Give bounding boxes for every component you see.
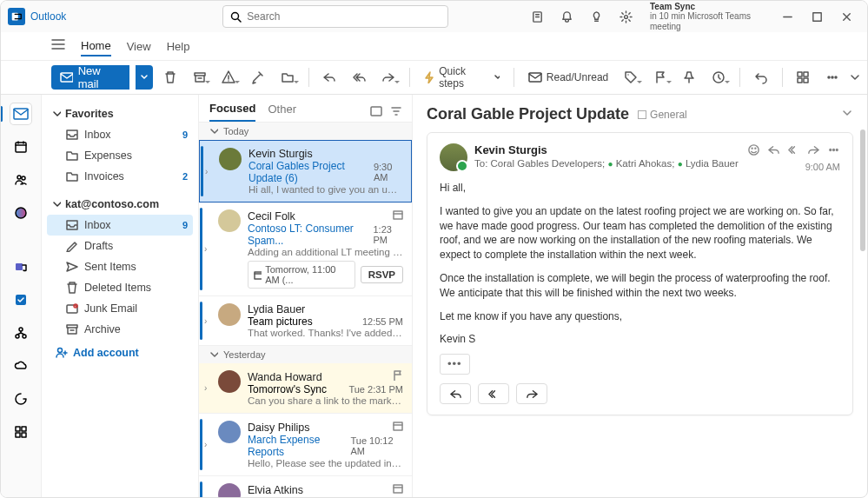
lightbulb-icon[interactable] [582, 4, 610, 29]
reply-all-icon[interactable] [787, 143, 800, 160]
window-minimize[interactable] [773, 4, 801, 29]
sidebar-item[interactable]: Deleted Items [47, 277, 193, 298]
sweep-button[interactable] [246, 65, 270, 90]
tab-help[interactable]: Help [167, 37, 190, 56]
rail-teams-icon[interactable] [10, 256, 31, 277]
quick-steps-button[interactable]: Quick steps [418, 65, 504, 90]
report-button[interactable] [216, 65, 241, 90]
svg-rect-9 [798, 72, 802, 76]
date-header-today[interactable]: Today [199, 123, 412, 140]
message-item[interactable]: ›Kevin SturgisCoral Gables Project Updat… [199, 140, 412, 203]
reply-all-button[interactable] [347, 65, 371, 90]
date-header-yesterday[interactable]: Yesterday [199, 346, 412, 363]
react-icon[interactable] [747, 143, 760, 160]
select-mode-icon[interactable] [370, 104, 382, 120]
sender-avatar [440, 143, 467, 171]
message-list: Focused Other Today ›Kevin SturgisCoral … [198, 95, 413, 498]
svg-point-20 [16, 208, 26, 218]
apps-grid-icon[interactable] [792, 65, 816, 90]
pin-button[interactable] [678, 65, 702, 90]
read-unread-button[interactable]: Read/Unread [523, 71, 613, 83]
rail-loop-icon[interactable] [10, 388, 31, 409]
quick-forward-button[interactable] [516, 383, 547, 404]
archive-button[interactable] [188, 65, 212, 90]
favorites-section[interactable]: Favorites [47, 103, 193, 124]
filter-icon[interactable] [391, 104, 401, 120]
folder-sidebar: Favorites Inbox9ExpensesInvoices2 kat@co… [42, 95, 198, 498]
move-button[interactable] [275, 65, 300, 90]
hamburger-icon[interactable] [51, 38, 81, 54]
chevron-right-icon: › [204, 383, 215, 393]
undo-button[interactable] [749, 65, 773, 90]
bell-icon[interactable] [553, 4, 580, 29]
window-maximize[interactable] [803, 4, 831, 29]
tag-button[interactable] [619, 65, 643, 90]
message-item[interactable]: ›Cecil FolkContoso LT: Consumer Spam...1… [199, 203, 412, 296]
rail-calendar-icon[interactable] [10, 136, 31, 157]
svg-point-44 [836, 149, 838, 151]
ribbon-collapse[interactable] [850, 72, 860, 83]
window-close[interactable] [832, 4, 860, 29]
other-tab[interactable]: Other [268, 103, 296, 121]
scrollbar[interactable] [860, 129, 865, 251]
flag-button[interactable] [648, 65, 673, 90]
expand-collapse-icon[interactable] [841, 107, 853, 123]
new-mail-button[interactable]: New mail [51, 65, 129, 90]
focused-tab[interactable]: Focused [209, 102, 255, 122]
message-item[interactable]: ›Lydia BauerTeam pictures12:55 PMThat wo… [199, 296, 412, 346]
chevron-right-icon: › [205, 167, 215, 176]
reply-button[interactable] [317, 65, 341, 90]
more-actions-icon[interactable] [827, 143, 840, 160]
search-box[interactable] [222, 5, 448, 28]
forward-button[interactable] [376, 65, 401, 90]
settings-gear-icon[interactable] [612, 4, 639, 29]
svg-rect-27 [22, 427, 26, 431]
new-mail-dropdown[interactable] [136, 65, 153, 90]
rail-todo-icon[interactable] [10, 289, 31, 310]
forward-icon[interactable] [807, 143, 820, 160]
rail-onedrive-icon[interactable] [10, 355, 31, 376]
quick-reply-button[interactable] [440, 383, 471, 404]
message-from: Lydia Bauer [248, 303, 403, 315]
rsvp-button[interactable]: RSVP [361, 266, 403, 283]
message-preview: Can you share a link to the marketing... [248, 395, 403, 406]
sidebar-item[interactable]: Inbox9 [47, 124, 193, 145]
sidebar-item[interactable]: Drafts [47, 236, 193, 256]
search-input[interactable] [247, 10, 441, 23]
svg-rect-37 [394, 422, 402, 430]
svg-rect-29 [22, 433, 26, 437]
svg-rect-11 [798, 78, 802, 83]
rail-more-apps-icon[interactable] [10, 422, 31, 442]
message-item[interactable]: ›Elvia AtkinsIntern Kick-offTue 10:01 AM… [199, 476, 412, 498]
more-options-icon[interactable] [820, 65, 845, 90]
sidebar-item[interactable]: Expenses [47, 145, 193, 166]
tab-home[interactable]: Home [81, 37, 111, 56]
add-account-button[interactable]: Add account [47, 340, 193, 363]
rail-mail-icon[interactable] [10, 103, 31, 124]
rail-org-icon[interactable] [10, 322, 31, 343]
message-item[interactable]: ›Wanda HowardTomorrow's SyncTue 2:31 PMC… [199, 363, 412, 414]
rail-people-icon[interactable] [10, 169, 31, 190]
message-subject: Team pictures12:55 PM [248, 315, 403, 328]
sidebar-item[interactable]: Junk Email [47, 298, 193, 319]
upcoming-meeting[interactable]: Team Sync in 10 min Microsoft Teams meet… [650, 2, 763, 32]
sidebar-item[interactable]: Invoices2 [47, 166, 193, 187]
message-category[interactable]: General [638, 109, 687, 121]
tab-view[interactable]: View [127, 37, 151, 56]
message-item[interactable]: ›Daisy PhilipsMarch Expense ReportsTue 1… [199, 414, 412, 476]
tabs-row: Home View Help [1, 32, 867, 61]
account-section[interactable]: kat@contoso.com [47, 194, 193, 215]
delete-button[interactable] [158, 65, 182, 90]
sidebar-item[interactable]: Archive [47, 319, 193, 340]
sidebar-item[interactable]: Inbox9 [47, 215, 193, 236]
sidebar-item[interactable]: Sent Items [47, 256, 193, 277]
notes-icon[interactable] [523, 4, 551, 29]
reply-icon[interactable] [767, 143, 780, 160]
rail-copilot-icon[interactable] [10, 203, 31, 223]
svg-rect-4 [812, 12, 820, 20]
app-title: Outlook [30, 10, 66, 23]
show-more-button[interactable]: ••• [440, 354, 470, 375]
svg-rect-35 [394, 211, 402, 219]
snooze-button[interactable] [706, 65, 731, 90]
quick-reply-all-button[interactable] [478, 383, 509, 404]
